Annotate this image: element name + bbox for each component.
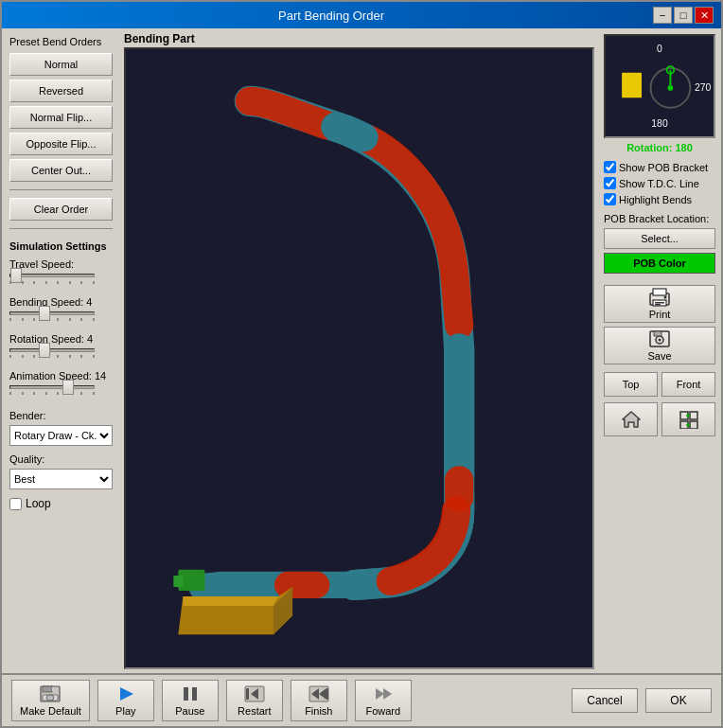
play-icon bbox=[115, 684, 137, 703]
pause-button[interactable]: Pause bbox=[162, 680, 219, 721]
highlight-bends-label: Highlight Bends bbox=[619, 194, 692, 205]
pob-color-button[interactable]: POB Color bbox=[604, 253, 715, 274]
disk-icon bbox=[39, 684, 62, 703]
view-buttons-row: Top Front bbox=[604, 372, 715, 397]
print-button[interactable]: Print bbox=[604, 285, 715, 323]
select-button[interactable]: Select... bbox=[604, 228, 715, 249]
ok-button[interactable]: OK bbox=[645, 688, 712, 713]
bending-speed-container: Bending Speed: 4 bbox=[9, 295, 113, 321]
quality-label: Quality: bbox=[9, 453, 113, 465]
svg-rect-6 bbox=[655, 302, 664, 304]
title-bar: Part Bending Order − □ ✕ bbox=[2, 2, 721, 28]
show-pob-label: Show POB Bracket bbox=[619, 162, 708, 173]
svg-point-8 bbox=[664, 296, 667, 299]
quality-select[interactable]: Best bbox=[9, 469, 113, 489]
svg-rect-16 bbox=[690, 412, 697, 419]
simulation-label: Simulation Settings bbox=[9, 240, 113, 252]
svg-rect-18 bbox=[690, 421, 697, 429]
svg-point-11 bbox=[659, 339, 661, 342]
svg-rect-7 bbox=[655, 304, 661, 306]
left-panel: Preset Bend Orders Normal Reversed Norma… bbox=[2, 28, 120, 673]
svg-rect-33 bbox=[246, 688, 249, 700]
front-view-button[interactable]: Front bbox=[661, 372, 715, 397]
bender-select[interactable]: Rotary Draw - Ck... bbox=[9, 425, 113, 446]
close-button[interactable]: ✕ bbox=[695, 7, 714, 24]
minimize-button[interactable]: − bbox=[653, 7, 672, 24]
show-pob-checkbox[interactable] bbox=[604, 161, 616, 173]
gauge-center bbox=[668, 85, 674, 91]
opposite-flip-button[interactable]: Opposite Flip... bbox=[9, 133, 113, 155]
fit-view-button[interactable] bbox=[661, 402, 715, 436]
rotation-speed-track bbox=[9, 348, 95, 352]
make-default-label: Make Default bbox=[20, 705, 81, 717]
main-content: Preset Bend Orders Normal Reversed Norma… bbox=[2, 28, 721, 673]
separator-1 bbox=[9, 189, 113, 190]
animation-speed-thumb[interactable] bbox=[62, 380, 74, 395]
gauge-container: 0 270 180 bbox=[604, 34, 715, 138]
animation-speed-dots bbox=[9, 392, 95, 395]
top-view-button[interactable]: Top bbox=[604, 372, 658, 397]
loop-checkbox[interactable] bbox=[9, 498, 22, 510]
gauge-180-label: 180 bbox=[651, 118, 668, 129]
fit-icon bbox=[679, 410, 699, 429]
ok-cancel-row: Cancel OK bbox=[572, 688, 712, 713]
highlight-bends-checkbox[interactable] bbox=[604, 193, 616, 205]
main-window: Part Bending Order − □ ✕ Preset Bend Ord… bbox=[0, 0, 723, 728]
print-icon bbox=[648, 288, 671, 307]
normal-button[interactable]: Normal bbox=[9, 53, 113, 76]
pause-label: Pause bbox=[175, 705, 204, 717]
svg-marker-39 bbox=[383, 688, 392, 700]
restart-label: Restart bbox=[238, 705, 271, 717]
save-label: Save bbox=[647, 350, 671, 362]
svg-marker-28 bbox=[120, 687, 133, 701]
gauge-270-label: 270 bbox=[695, 82, 712, 93]
reversed-button[interactable]: Reversed bbox=[9, 80, 113, 102]
svg-marker-14 bbox=[623, 412, 640, 427]
svg-rect-1 bbox=[173, 576, 183, 587]
viewport[interactable] bbox=[124, 47, 594, 669]
rotation-speed-label: Rotation Speed: 4 bbox=[9, 333, 93, 345]
icon-row bbox=[604, 402, 715, 436]
maximize-button[interactable]: □ bbox=[674, 7, 693, 24]
svg-rect-24 bbox=[43, 686, 52, 692]
loop-row: Loop bbox=[9, 497, 113, 510]
clear-order-button[interactable]: Clear Order bbox=[9, 198, 113, 221]
play-button[interactable]: Play bbox=[97, 680, 154, 721]
finish-button[interactable]: Finish bbox=[291, 680, 347, 721]
show-tdc-checkbox[interactable] bbox=[604, 177, 616, 189]
highlight-bends-row: Highlight Bends bbox=[604, 193, 715, 205]
forward-label: Foward bbox=[365, 705, 400, 717]
bending-speed-thumb[interactable] bbox=[39, 306, 50, 321]
loop-label: Loop bbox=[26, 497, 51, 510]
normal-flip-button[interactable]: Normal Flip... bbox=[9, 106, 113, 129]
rotation-speed-dots bbox=[9, 355, 95, 358]
forward-button[interactable]: Foward bbox=[355, 680, 412, 721]
play-label: Play bbox=[115, 705, 135, 717]
finish-label: Finish bbox=[305, 705, 332, 717]
restart-button[interactable]: Restart bbox=[226, 680, 283, 721]
svg-marker-38 bbox=[376, 688, 384, 700]
rotation-speed-thumb[interactable] bbox=[39, 343, 50, 358]
travel-speed-container: Travel Speed: bbox=[9, 257, 113, 284]
gauge-0-label: 0 bbox=[657, 44, 662, 54]
save-button[interactable]: Save bbox=[604, 327, 715, 364]
center-out-button[interactable]: Center Out... bbox=[9, 159, 113, 182]
travel-speed-dots bbox=[9, 281, 95, 284]
svg-rect-4 bbox=[653, 289, 666, 295]
separator-2 bbox=[9, 228, 113, 229]
svg-point-27 bbox=[46, 695, 54, 701]
right-panel: 0 270 180 Rotation: 180 bbox=[598, 28, 721, 673]
svg-rect-30 bbox=[192, 687, 197, 701]
home-view-button[interactable] bbox=[604, 402, 658, 436]
title-controls: − □ ✕ bbox=[653, 7, 714, 24]
svg-rect-29 bbox=[184, 687, 188, 701]
bending-speed-track bbox=[9, 311, 95, 315]
pause-icon bbox=[179, 684, 202, 703]
animation-speed-label: Animation Speed: 14 bbox=[9, 370, 106, 382]
travel-speed-thumb[interactable] bbox=[10, 268, 22, 283]
svg-rect-25 bbox=[52, 687, 54, 691]
cancel-button[interactable]: Cancel bbox=[572, 688, 638, 713]
home-icon bbox=[621, 410, 642, 429]
make-default-button[interactable]: Make Default bbox=[11, 680, 90, 721]
3d-viewport-svg bbox=[126, 49, 592, 667]
